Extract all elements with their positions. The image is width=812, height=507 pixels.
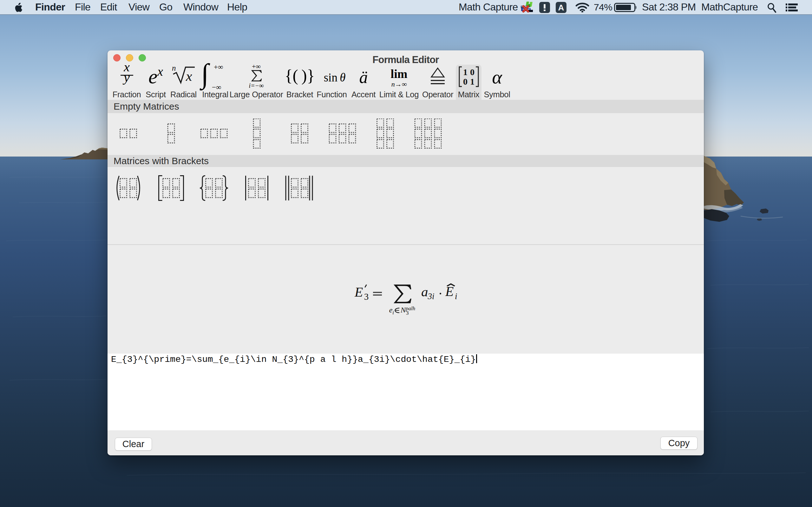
svg-text:0: 0 [463, 77, 467, 87]
svg-text:1: 1 [463, 67, 467, 77]
svg-text:1: 1 [470, 77, 474, 87]
svg-text:0: 0 [470, 67, 474, 77]
svg-text:n: n [172, 65, 176, 72]
svg-text:A: A [558, 3, 564, 12]
svg-text:x: x [186, 68, 192, 84]
